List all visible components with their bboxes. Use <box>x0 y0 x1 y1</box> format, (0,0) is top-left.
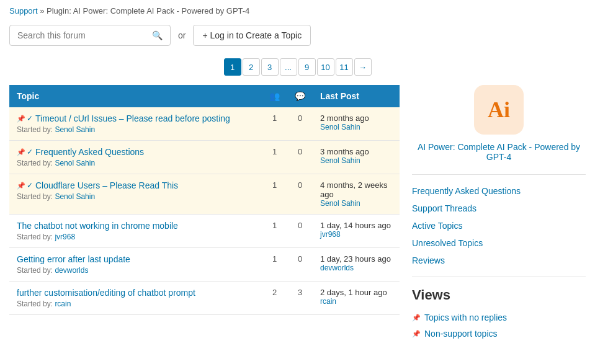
sidebar-divider-2 <box>412 277 586 277</box>
topic-title-link[interactable]: The chatbot not working in chrome mobile <box>17 221 178 231</box>
topic-cell: 📌 ✓Frequently Asked QuestionsStarted by:… <box>9 141 262 174</box>
pagination: 1 2 3 ... 9 10 11 → <box>9 58 586 76</box>
search-input[interactable] <box>17 30 152 40</box>
topic-participants: 1 <box>262 215 287 248</box>
topic-participants: 1 <box>262 174 287 215</box>
last-post-author: rcain <box>320 297 392 306</box>
page-next-button[interactable]: → <box>354 58 372 76</box>
page-9-button[interactable]: 9 <box>298 58 316 76</box>
topic-replies: 0 <box>287 141 313 174</box>
last-post-author-link[interactable]: jvr968 <box>320 230 341 239</box>
last-post-time: 4 months, 2 weeks ago <box>320 180 392 199</box>
col-lastpost-header: Last Post <box>313 85 400 107</box>
create-topic-button[interactable]: + Log in to Create a Topic <box>193 25 311 46</box>
topic-last-post: 2 months agoSenol Sahin <box>313 107 400 141</box>
search-icon[interactable]: 🔍 <box>152 30 163 40</box>
sidebar-divider-1 <box>412 174 586 175</box>
push-pin-icon: 📌 <box>412 314 421 322</box>
plugin-title-link[interactable]: AI Power: Complete AI Pack - Powered by … <box>418 142 580 162</box>
topic-title-link[interactable]: further customisation/editing of chatbot… <box>17 288 195 298</box>
table-row: 📌 ✓Frequently Asked QuestionsStarted by:… <box>9 141 400 174</box>
col-topic-header: Topic <box>9 85 262 107</box>
topic-last-post: 3 months agoSenol Sahin <box>313 141 400 174</box>
resolved-icon: ✓ <box>27 181 33 190</box>
sidebar-nav-link[interactable]: Support Threads <box>412 200 586 217</box>
pin-icon: 📌 <box>17 148 25 156</box>
author-link[interactable]: devworlds <box>55 266 88 275</box>
topic-icons: 📌 ✓ <box>17 148 33 156</box>
last-post-author: devworlds <box>320 264 392 272</box>
topic-cell: 📌 ✓Timeout / cUrl Issues – Please read b… <box>9 107 262 141</box>
col-replies-header: 💬 <box>287 85 313 107</box>
topic-title-link[interactable]: Cloudflare Users – Please Read This <box>35 180 178 190</box>
page-1-button[interactable]: 1 <box>224 58 241 76</box>
page-3-button[interactable]: 3 <box>261 58 279 76</box>
top-bar: 🔍 or + Log in to Create a Topic <box>9 25 586 46</box>
author-link[interactable]: jvr968 <box>55 233 75 241</box>
topic-cell: 📌 ✓Cloudflare Users – Please Read ThisSt… <box>9 174 262 215</box>
author-link[interactable]: rcain <box>55 300 71 308</box>
sidebar-nav-link[interactable]: Frequently Asked Questions <box>412 182 586 200</box>
last-post-time: 1 day, 14 hours ago <box>320 221 392 230</box>
plugin-card: Ai AI Power: Complete AI Pack - Powered … <box>412 85 586 162</box>
pin-icon: 📌 <box>17 182 25 190</box>
topic-started-by: Started by: rcain <box>17 300 254 308</box>
topic-icons: 📌 ✓ <box>17 181 33 190</box>
col-participants-header: 👥 <box>262 85 287 107</box>
sidebar-nav-link[interactable]: Active Topics <box>412 217 586 234</box>
author-link[interactable]: Senol Sahin <box>55 159 95 167</box>
topic-title-link[interactable]: Timeout / cUrl Issues – Please read befo… <box>35 113 230 123</box>
sidebar-views-item: 📌Non-support topics <box>412 326 586 342</box>
author-link[interactable]: Senol Sahin <box>55 192 95 201</box>
topic-title-link[interactable]: Getting error after last update <box>17 254 130 264</box>
sidebar-nav-link[interactable]: Reviews <box>412 252 586 269</box>
last-post-time: 3 months ago <box>320 147 392 156</box>
breadcrumb-separator: » <box>40 6 44 16</box>
topic-title-link[interactable]: Frequently Asked Questions <box>35 147 144 157</box>
last-post-author-link[interactable]: Senol Sahin <box>320 156 360 165</box>
topic-last-post: 1 day, 23 hours agodevworlds <box>313 248 400 282</box>
last-post-author-link[interactable]: devworlds <box>320 264 354 272</box>
breadcrumb-support-link[interactable]: Support <box>9 6 38 16</box>
topic-participants: 1 <box>262 141 287 174</box>
last-post-time: 2 months ago <box>320 113 392 123</box>
topic-started-by: Started by: Senol Sahin <box>17 125 254 134</box>
sidebar-nav: Frequently Asked QuestionsSupport Thread… <box>412 182 586 269</box>
sidebar-views: 📌Topics with no replies📌Non-support topi… <box>412 309 586 342</box>
page-10-button[interactable]: 10 <box>317 58 334 76</box>
sidebar: Ai AI Power: Complete AI Pack - Powered … <box>412 85 586 342</box>
table-row: 📌 ✓Cloudflare Users – Please Read ThisSt… <box>9 174 400 215</box>
last-post-author-link[interactable]: Senol Sahin <box>320 199 360 208</box>
page-2-button[interactable]: 2 <box>243 58 260 76</box>
last-post-author: Senol Sahin <box>320 123 392 131</box>
last-post-author: Senol Sahin <box>320 199 392 208</box>
views-link[interactable]: Topics with no replies <box>424 313 507 322</box>
topic-participants: 1 <box>262 107 287 141</box>
plugin-title: AI Power: Complete AI Pack - Powered by … <box>412 142 586 162</box>
topic-last-post: 1 day, 14 hours agojvr968 <box>313 215 400 248</box>
topic-started-by: Started by: Senol Sahin <box>17 192 254 201</box>
sidebar-nav-link[interactable]: Unresolved Topics <box>412 234 586 252</box>
views-link[interactable]: Non-support topics <box>424 329 498 339</box>
breadcrumb-plugin-label: Plugin: AI Power: Complete AI Pack - Pow… <box>47 6 249 16</box>
table-row: Getting error after last updateStarted b… <box>9 248 400 282</box>
last-post-author: jvr968 <box>320 230 392 239</box>
author-link[interactable]: Senol Sahin <box>55 125 95 134</box>
search-box: 🔍 <box>9 25 171 46</box>
topic-replies: 0 <box>287 174 313 215</box>
topic-started-by: Started by: Senol Sahin <box>17 159 254 167</box>
topic-icons: 📌 ✓ <box>17 114 33 123</box>
page-11-button[interactable]: 11 <box>336 58 353 76</box>
page-ellipsis[interactable]: ... <box>280 58 297 76</box>
push-pin-icon: 📌 <box>412 330 421 338</box>
or-label: or <box>178 30 186 40</box>
last-post-time: 1 day, 23 hours ago <box>320 254 392 264</box>
table-row: The chatbot not working in chrome mobile… <box>9 215 400 248</box>
last-post-author-link[interactable]: rcain <box>320 297 336 306</box>
topics-table: Topic 👥 💬 Last Post 📌 ✓Timeout / cUrl Is… <box>9 85 400 315</box>
topic-cell: further customisation/editing of chatbot… <box>9 282 262 315</box>
last-post-author-link[interactable]: Senol Sahin <box>320 123 360 131</box>
topic-cell: Getting error after last updateStarted b… <box>9 248 262 282</box>
last-post-time: 2 days, 1 hour ago <box>320 288 392 297</box>
topic-started-by: Started by: jvr968 <box>17 233 254 241</box>
